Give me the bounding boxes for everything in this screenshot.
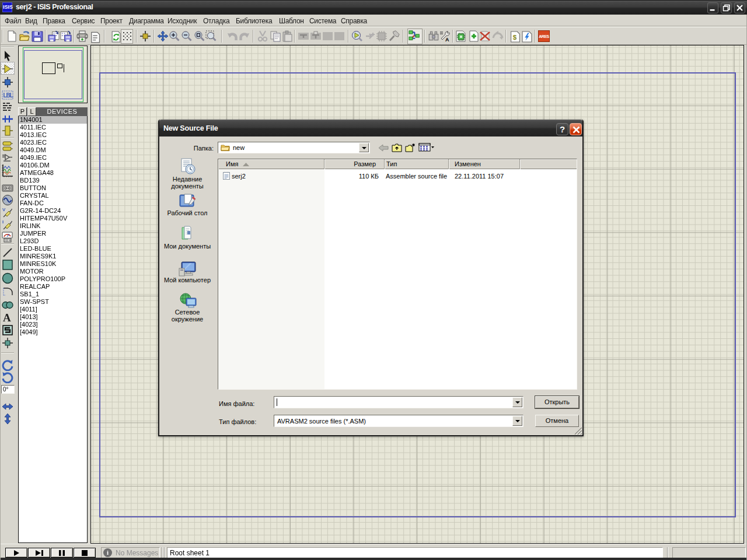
svg-text:A: A [445, 37, 449, 42]
svg-text:I: I [2, 219, 4, 225]
svg-text:A: A [3, 312, 11, 323]
svg-text:$: $ [513, 34, 517, 41]
svg-text:V: V [2, 207, 6, 212]
svg-text:LBL: LBL [4, 92, 13, 99]
